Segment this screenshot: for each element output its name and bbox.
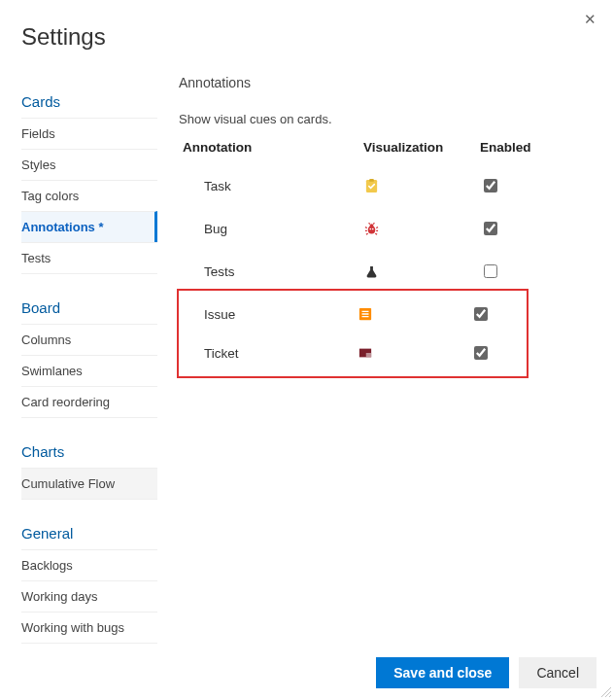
sidebar-item-tests[interactable]: Tests	[21, 242, 157, 274]
annotation-name: Tests	[179, 264, 363, 279]
svg-rect-1	[369, 179, 374, 182]
settings-dialog: ✕ Settings Cards Fields Styles Tag color…	[0, 0, 614, 700]
ticket-icon	[358, 345, 373, 361]
column-header-visualization: Visualization	[363, 140, 480, 155]
nav-group-charts[interactable]: Charts	[21, 438, 157, 468]
close-icon[interactable]: ✕	[584, 12, 597, 26]
column-header-enabled: Enabled	[480, 140, 538, 155]
svg-rect-9	[366, 353, 371, 357]
enabled-checkbox-bug[interactable]	[484, 222, 497, 235]
annotation-row-issue: Issue	[179, 295, 527, 333]
svg-point-4	[369, 228, 371, 229]
annotation-name: Task	[179, 179, 363, 193]
sidebar-item-columns[interactable]: Columns	[21, 324, 157, 355]
nav-group-general[interactable]: General	[21, 519, 157, 549]
sidebar-item-working-days[interactable]: Working days	[21, 580, 157, 612]
annotation-row-ticket: Ticket	[179, 333, 527, 372]
sidebar-item-card-reordering[interactable]: Card reordering	[21, 386, 157, 418]
sidebar-item-backlogs[interactable]: Backlogs	[21, 549, 157, 580]
annotation-name: Ticket	[179, 346, 358, 361]
sidebar-item-annotations[interactable]: Annotations *	[21, 211, 157, 242]
dialog-footer: Save and close Cancel	[376, 657, 597, 688]
annotation-row-tests: Tests	[179, 250, 597, 293]
enabled-checkbox-tests[interactable]	[484, 264, 497, 278]
sidebar-item-working-with-bugs[interactable]: Working with bugs	[21, 612, 157, 644]
sidebar-item-fields[interactable]: Fields	[21, 118, 157, 149]
sidebar-item-swimlanes[interactable]: Swimlanes	[21, 355, 157, 386]
sidebar-item-tag-colors[interactable]: Tag colors	[21, 180, 157, 211]
annotation-table-header: Annotation Visualization Enabled	[179, 140, 597, 155]
enabled-checkbox-task[interactable]	[484, 179, 497, 192]
annotations-panel: Annotations Show visual cues on cards. A…	[179, 74, 597, 644]
svg-point-3	[369, 224, 373, 228]
panel-title: Annotations	[179, 75, 597, 90]
resize-grip-icon[interactable]	[600, 686, 612, 698]
page-title: Settings	[21, 23, 597, 51]
task-icon	[363, 178, 379, 193]
save-and-close-button[interactable]: Save and close	[376, 657, 509, 688]
nav-group-board[interactable]: Board	[21, 294, 157, 324]
sidebar-item-styles[interactable]: Styles	[21, 149, 157, 180]
column-header-annotation: Annotation	[179, 140, 363, 155]
sidebar-item-cumulative-flow[interactable]: Cumulative Flow	[21, 468, 157, 500]
svg-point-5	[371, 228, 373, 229]
annotation-row-task: Task	[179, 164, 597, 207]
annotation-name: Bug	[179, 222, 363, 236]
nav-group-cards[interactable]: Cards	[21, 88, 157, 118]
enabled-checkbox-ticket[interactable]	[474, 346, 488, 360]
bug-icon	[363, 221, 379, 236]
list-icon	[358, 306, 373, 322]
settings-sidebar: Cards Fields Styles Tag colors Annotatio…	[21, 88, 157, 644]
flask-icon	[363, 263, 379, 279]
annotation-row-bug: Bug	[179, 207, 597, 250]
annotation-name: Issue	[179, 307, 358, 322]
highlighted-rows: Issue Ticket	[177, 289, 529, 378]
cancel-button[interactable]: Cancel	[519, 657, 597, 688]
panel-description: Show visual cues on cards.	[179, 112, 597, 126]
enabled-checkbox-issue[interactable]	[474, 307, 488, 321]
